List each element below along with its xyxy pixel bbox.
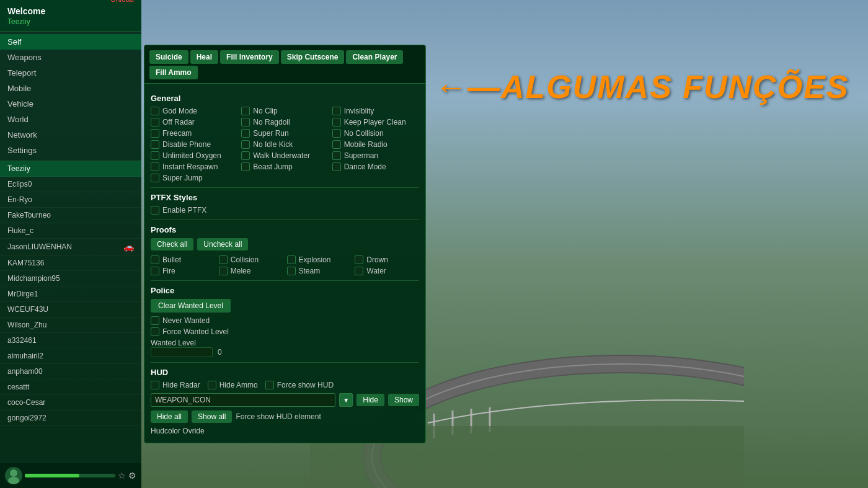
checkbox-10[interactable] <box>241 140 250 149</box>
hud-option-hide-radar[interactable]: Hide Radar <box>151 381 200 389</box>
checkbox-17[interactable] <box>332 162 341 171</box>
proof-option-collision[interactable]: Collision <box>219 255 283 264</box>
tab-fill-ammo[interactable]: Fill Ammo <box>149 66 198 79</box>
sidebar-nav-item-vehicle[interactable]: Vehicle <box>0 96 141 112</box>
general-option-19[interactable]: Super Jump <box>151 174 237 182</box>
checkbox-15[interactable] <box>151 162 159 171</box>
proof-option-melee[interactable]: Melee <box>219 267 283 275</box>
proof-checkbox-7[interactable] <box>355 267 363 275</box>
tab-clean-player[interactable]: Clean Player <box>346 50 403 64</box>
proof-checkbox-1[interactable] <box>219 255 228 264</box>
clear-wanted-button[interactable]: Clear Wanted Level <box>151 299 231 313</box>
tab-suicide[interactable]: Suicide <box>149 50 188 64</box>
checkbox-12[interactable] <box>151 151 159 160</box>
hide-all-button[interactable]: Hide all <box>151 410 188 423</box>
police-checkbox-0[interactable] <box>151 316 159 325</box>
proof-option-steam[interactable]: Steam <box>287 267 352 275</box>
checkbox-11[interactable] <box>332 140 341 149</box>
general-option-1[interactable]: No Clip <box>241 107 328 115</box>
proof-option-bullet[interactable]: Bullet <box>151 255 215 264</box>
general-option-10[interactable]: No Idle Kick <box>241 140 328 149</box>
proof-option-explosion[interactable]: Explosion <box>287 255 352 264</box>
checkbox-6[interactable] <box>151 129 159 138</box>
general-option-14[interactable]: Superman <box>332 151 419 160</box>
show-all-button[interactable]: Show all <box>192 410 232 423</box>
general-option-0[interactable]: God Mode <box>151 107 237 115</box>
checkbox-0[interactable] <box>151 107 159 115</box>
proof-checkbox-0[interactable] <box>151 255 159 264</box>
sidebar-nav-item-world[interactable]: World <box>0 112 141 127</box>
proof-checkbox-4[interactable] <box>151 267 159 275</box>
checkbox-7[interactable] <box>241 129 250 138</box>
general-option-4[interactable]: No Ragdoll <box>241 118 328 126</box>
player-item[interactable]: FakeTourneo <box>0 208 141 223</box>
hud-checkbox-2[interactable] <box>265 381 274 389</box>
general-option-15[interactable]: Instant Respawn <box>151 162 237 171</box>
general-option-6[interactable]: Freecam <box>151 129 237 138</box>
sidebar-nav-item-weapons[interactable]: Weapons <box>0 50 141 65</box>
player-item[interactable]: MrDirge1 <box>0 286 141 302</box>
checkbox-5[interactable] <box>332 118 341 126</box>
checkbox-2[interactable] <box>332 107 341 115</box>
tab-fill-inventory[interactable]: Fill Inventory <box>220 50 279 64</box>
proof-checkbox-6[interactable] <box>287 267 296 275</box>
checkbox-4[interactable] <box>241 118 250 126</box>
checkbox-13[interactable] <box>241 151 250 160</box>
police-option-never-wanted[interactable]: Never Wanted <box>151 316 419 325</box>
player-item[interactable]: gongoi2972 <box>0 410 141 426</box>
checkbox-16[interactable] <box>241 162 250 171</box>
general-option-12[interactable]: Unlimited Oxygen <box>151 151 237 160</box>
general-option-11[interactable]: Mobile Radio <box>332 140 419 149</box>
player-item[interactable]: KAM75136 <box>0 255 141 271</box>
player-item[interactable]: Fluke_c <box>0 223 141 239</box>
proof-checkbox-5[interactable] <box>219 267 228 275</box>
player-item[interactable]: EcIips0 <box>0 177 141 192</box>
player-item[interactable]: Midchampion95 <box>0 271 141 286</box>
general-option-3[interactable]: Off Radar <box>151 118 237 126</box>
general-option-5[interactable]: Keep Player Clean <box>332 118 419 126</box>
player-item[interactable]: Wilson_Zhu <box>0 317 141 333</box>
checkbox-14[interactable] <box>332 151 341 160</box>
hud-checkbox-0[interactable] <box>151 381 159 389</box>
player-item[interactable]: coco-Cesar <box>0 395 141 410</box>
general-option-2[interactable]: Invisiblity <box>332 107 419 115</box>
general-option-7[interactable]: Super Run <box>241 129 328 138</box>
player-item[interactable]: Teeziiy <box>0 161 141 177</box>
hud-checkbox-1[interactable] <box>208 381 216 389</box>
general-option-17[interactable]: Dance Mode <box>332 162 419 171</box>
tab-skip-cutscene[interactable]: Skip Cutscene <box>281 50 345 64</box>
sidebar-nav-item-settings[interactable]: Settings <box>0 143 141 158</box>
unload-button[interactable]: Unload <box>110 0 134 4</box>
police-checkbox-1[interactable] <box>151 327 159 336</box>
player-item[interactable]: a332461 <box>0 333 141 348</box>
hud-show-button[interactable]: Show <box>388 394 419 406</box>
proof-option-drown[interactable]: Drown <box>355 255 419 264</box>
general-option-9[interactable]: Disable Phone <box>151 140 237 149</box>
ptfx-checkbox[interactable] <box>151 206 159 215</box>
checkbox-19[interactable] <box>151 174 159 182</box>
proof-checkbox-2[interactable] <box>287 255 296 264</box>
wanted-slider[interactable] <box>151 347 213 357</box>
hud-option-hide-ammo[interactable]: Hide Ammo <box>208 381 258 389</box>
tab-heal[interactable]: Heal <box>190 50 218 64</box>
player-item[interactable]: almuhairil2 <box>0 348 141 364</box>
hud-element-select[interactable]: WEAPON_ICON <box>151 393 335 407</box>
proof-checkbox-3[interactable] <box>355 255 363 264</box>
player-item[interactable]: WCEUF43U <box>0 302 141 317</box>
sidebar-nav-item-mobile[interactable]: Mobile <box>0 81 141 96</box>
proof-option-fire[interactable]: Fire <box>151 267 215 275</box>
hud-hide-button[interactable]: Hide <box>356 394 384 406</box>
checkbox-8[interactable] <box>332 129 341 138</box>
player-item[interactable]: anpham00 <box>0 364 141 379</box>
dropdown-arrow-icon[interactable]: ▼ <box>339 393 353 407</box>
checkbox-1[interactable] <box>241 107 250 115</box>
sidebar-nav-item-network[interactable]: Network <box>0 127 141 143</box>
check-all-button[interactable]: Check all <box>151 238 193 251</box>
sidebar-nav-item-teleport[interactable]: Teleport <box>0 65 141 81</box>
checkbox-9[interactable] <box>151 140 159 149</box>
general-option-16[interactable]: Beast Jump <box>241 162 328 171</box>
proof-option-water[interactable]: Water <box>355 267 419 275</box>
general-option-13[interactable]: Walk Underwater <box>241 151 328 160</box>
hud-option-force-show-hud[interactable]: Force show HUD <box>265 381 334 389</box>
checkbox-3[interactable] <box>151 118 159 126</box>
